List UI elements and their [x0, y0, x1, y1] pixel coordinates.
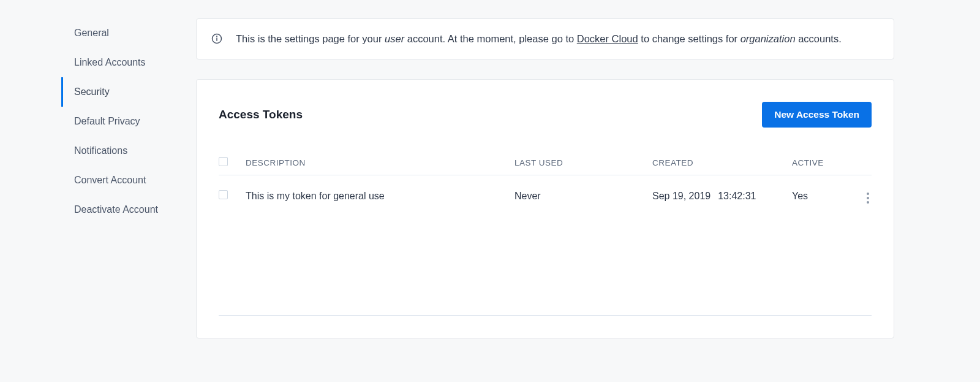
token-created: Sep 19, 2019 13:42:31	[652, 191, 792, 202]
info-icon	[211, 33, 222, 44]
tokens-table: DESCRIPTION LAST USED CREATED ACTIVE Thi…	[219, 151, 872, 316]
new-access-token-button[interactable]: New Access Token	[762, 102, 872, 128]
row-checkbox[interactable]	[219, 190, 228, 199]
more-actions-icon[interactable]	[864, 190, 872, 206]
select-all-checkbox[interactable]	[219, 157, 228, 166]
sidebar-item-label: Deactivate Account	[74, 204, 158, 215]
sidebar-item-linked-accounts[interactable]: Linked Accounts	[61, 48, 196, 77]
sidebar-item-deactivate-account[interactable]: Deactivate Account	[61, 195, 196, 224]
token-created-date: Sep 19, 2019	[652, 191, 710, 202]
info-banner-text: This is the settings page for your user …	[236, 31, 842, 47]
column-header-last-used: LAST USED	[514, 158, 652, 167]
info-banner: This is the settings page for your user …	[196, 18, 894, 59]
table-row: This is my token for general use Never S…	[219, 175, 872, 217]
docker-cloud-link[interactable]: Docker Cloud	[577, 33, 638, 44]
sidebar-item-convert-account[interactable]: Convert Account	[61, 166, 196, 195]
sidebar-item-default-privacy[interactable]: Default Privacy	[61, 107, 196, 136]
column-header-description: DESCRIPTION	[246, 158, 514, 167]
sidebar-item-notifications[interactable]: Notifications	[61, 136, 196, 166]
settings-sidebar: General Linked Accounts Security Default…	[61, 18, 196, 338]
sidebar-item-label: Notifications	[74, 145, 127, 156]
token-last-used: Never	[514, 191, 652, 202]
table-bottom-divider	[219, 315, 872, 316]
access-tokens-card: Access Tokens New Access Token DESCRIPTI…	[196, 79, 894, 338]
table-header-row: DESCRIPTION LAST USED CREATED ACTIVE	[219, 151, 872, 175]
main-content: This is the settings page for your user …	[196, 18, 894, 338]
sidebar-item-label: Linked Accounts	[74, 57, 146, 67]
token-created-time: 13:42:31	[718, 191, 756, 202]
sidebar-item-security[interactable]: Security	[61, 77, 196, 107]
card-header: Access Tokens New Access Token	[219, 102, 872, 128]
svg-point-2	[217, 36, 217, 37]
column-header-active: ACTIVE	[792, 158, 853, 167]
sidebar-item-label: Security	[74, 86, 110, 97]
token-active: Yes	[792, 191, 853, 202]
sidebar-item-label: General	[74, 28, 109, 38]
token-description: This is my token for general use	[246, 191, 514, 202]
column-header-created: CREATED	[652, 158, 792, 167]
sidebar-item-general[interactable]: General	[61, 18, 196, 48]
card-title: Access Tokens	[219, 108, 303, 121]
sidebar-item-label: Default Privacy	[74, 116, 140, 126]
sidebar-item-label: Convert Account	[74, 175, 146, 185]
